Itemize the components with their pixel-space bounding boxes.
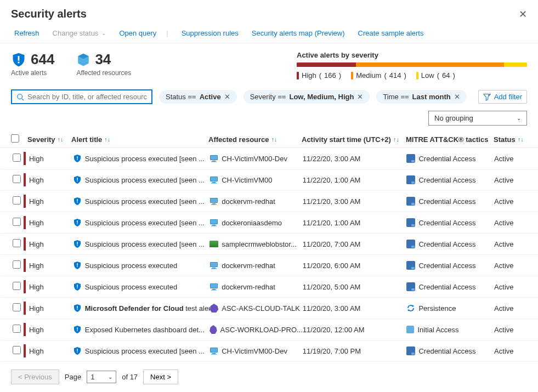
row-resource: dockervm-redhat — [209, 282, 303, 291]
row-time: 11/21/20, 3:00 AM — [303, 197, 407, 206]
row-checkbox[interactable] — [13, 175, 21, 183]
row-time: 11/20/20, 7:00 AM — [303, 240, 407, 248]
severity-indicator — [24, 216, 26, 229]
suppression-button[interactable]: Suppression rules — [178, 29, 239, 37]
open-query-button[interactable]: Open query — [116, 29, 156, 37]
affected-resources-stat: 34 Affected resources — [76, 51, 131, 77]
credential-access-icon — [406, 346, 415, 355]
row-tactics: Credential Access — [406, 197, 494, 206]
row-title: Suspicious process executed — [73, 261, 209, 270]
chevron-down-icon: ⌄ — [108, 374, 112, 380]
alert-shield-icon — [73, 325, 82, 334]
svg-rect-49 — [77, 327, 77, 330]
create-sample-button[interactable]: Create sample alerts — [355, 29, 424, 37]
row-checkbox[interactable] — [13, 303, 21, 311]
row-checkbox[interactable] — [13, 325, 21, 333]
svg-rect-45 — [212, 289, 216, 290]
svg-rect-54 — [211, 348, 217, 352]
table-row[interactable]: HighMicrosoft Defender for Cloud test al… — [0, 298, 538, 319]
row-resource: dockeroniaasdemo — [209, 218, 303, 227]
vm-icon — [209, 282, 218, 291]
credential-access-icon — [406, 154, 415, 163]
row-title: Suspicious process executed — [73, 282, 209, 291]
table-row[interactable]: HighSuspicious process executed [seen ..… — [0, 212, 538, 234]
vm-icon — [209, 197, 218, 206]
grouping-select[interactable]: No grouping ⌄ — [428, 111, 527, 126]
row-time: 11/20/20, 6:00 AM — [303, 262, 407, 270]
close-icon[interactable]: ✕ — [519, 8, 527, 20]
table-row[interactable]: HighSuspicious process executed [seen ..… — [0, 169, 538, 191]
row-checkbox[interactable] — [13, 196, 21, 204]
row-checkbox[interactable] — [13, 239, 21, 247]
row-status: Active — [494, 262, 527, 270]
remove-filter-icon[interactable]: ✕ — [454, 93, 460, 101]
remove-filter-icon[interactable]: ✕ — [224, 93, 230, 101]
col-resource[interactable]: Affected resource↑↓ — [208, 135, 302, 144]
remove-filter-icon[interactable]: ✕ — [357, 93, 363, 101]
select-all-checkbox[interactable] — [11, 134, 19, 143]
search-icon — [16, 93, 24, 101]
next-button[interactable]: Next > — [143, 370, 178, 384]
credential-access-icon — [406, 218, 415, 227]
row-checkbox[interactable] — [13, 260, 21, 269]
row-status: Active — [494, 155, 527, 163]
row-checkbox[interactable] — [13, 154, 21, 162]
chevron-down-icon: ⌄ — [517, 115, 521, 121]
svg-rect-3 — [18, 56, 20, 61]
svg-rect-50 — [77, 331, 77, 331]
table-row[interactable]: HighSuspicious process executed [seen ..… — [0, 148, 538, 169]
row-time: 11/21/20, 1:00 AM — [303, 219, 407, 227]
row-resource: samplecrmweblobstor... — [209, 240, 303, 248]
table-row[interactable]: HighSuspicious process executeddockervm-… — [0, 255, 538, 276]
filter-status[interactable]: Status == Active✕ — [159, 90, 237, 104]
vm-icon — [209, 261, 218, 270]
col-title[interactable]: Alert title↑↓ — [71, 135, 208, 144]
col-status[interactable]: Status↑↓ — [494, 135, 526, 144]
filter-severity[interactable]: Severity == Low, Medium, High✕ — [243, 90, 370, 104]
page-select[interactable]: 1⌄ — [87, 371, 116, 383]
svg-rect-12 — [211, 156, 217, 160]
row-time: 11/22/20, 1:00 AM — [303, 176, 407, 184]
add-filter-button[interactable]: Add filter — [478, 90, 527, 104]
col-time[interactable]: Activity start time (UTC+2)↑↓ — [302, 135, 406, 144]
severity-bar — [297, 63, 527, 67]
row-resource: ASC-AKS-CLOUD-TALK — [209, 304, 303, 313]
sort-icon: ↑↓ — [393, 136, 399, 143]
table-header: Severity↑↓ Alert title↑↓ Affected resour… — [0, 131, 538, 148]
table-row[interactable]: HighSuspicious process executeddockervm-… — [0, 276, 538, 298]
vm-icon — [209, 346, 218, 355]
svg-rect-21 — [77, 199, 77, 202]
row-title: Microsoft Defender for Cloud test alert … — [73, 304, 209, 313]
row-checkbox[interactable] — [13, 346, 21, 354]
credential-access-icon — [406, 282, 415, 291]
severity-indicator — [24, 280, 26, 293]
row-status: Active — [494, 326, 527, 334]
row-tactics: Credential Access — [406, 240, 494, 248]
storage-icon — [209, 241, 218, 247]
svg-rect-10 — [77, 160, 77, 160]
alert-shield-icon — [73, 346, 82, 355]
row-severity: High — [29, 283, 73, 291]
table-row[interactable]: HighSuspicious process executed [seen ..… — [0, 234, 538, 255]
svg-line-6 — [22, 98, 24, 100]
table-row[interactable]: HighExposed Kubernetes dashboard det...A… — [0, 319, 538, 340]
alerts-map-button[interactable]: Security alerts map (Preview) — [248, 29, 345, 37]
row-title: Suspicious process executed [seen ... — [73, 175, 209, 184]
row-checkbox[interactable] — [13, 282, 21, 290]
col-severity[interactable]: Severity↑↓ — [27, 135, 71, 144]
table-row[interactable]: HighSuspicious process executed [seen ..… — [0, 191, 538, 212]
svg-rect-22 — [77, 202, 77, 203]
refresh-button[interactable]: Refresh — [11, 29, 39, 37]
search-input[interactable] — [11, 89, 152, 104]
severity-indicator — [24, 195, 26, 208]
legend-medium: Medium (414) — [351, 71, 406, 79]
svg-rect-33 — [77, 242, 77, 245]
filter-time[interactable]: Time == Last month✕ — [376, 90, 466, 104]
severity-indicator — [24, 237, 26, 251]
svg-rect-40 — [211, 269, 217, 269]
kubernetes-icon — [209, 304, 218, 313]
shield-alert-icon — [11, 52, 26, 67]
table-row[interactable]: HighSuspicious process executed [seen ..… — [0, 340, 538, 362]
row-severity: High — [29, 326, 73, 334]
row-checkbox[interactable] — [13, 218, 21, 226]
